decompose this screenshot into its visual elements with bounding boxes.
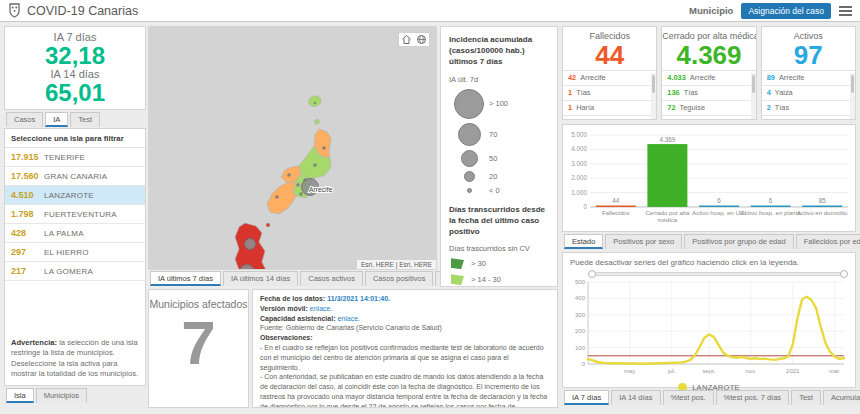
tab-test[interactable]: Test <box>70 112 100 127</box>
tab-isla[interactable]: Isla <box>6 388 34 403</box>
estado-tab-estado[interactable]: Estado <box>564 234 603 249</box>
estado-tab-fallecidos-por-edad-y-sexo[interactable]: Fallecidos por edad y sexo <box>796 234 860 249</box>
island-warning: Advertencia: la selección de una isla re… <box>5 334 145 385</box>
svg-text:6: 6 <box>769 197 773 204</box>
metric-tab--test-pos-[interactable]: %test pos. <box>663 390 714 405</box>
stat-card-fallecidos: Fallecidos4442Arrecife1Tías1Haría0San Ba… <box>562 26 657 120</box>
bar-cerrado-por-alta-m-dica <box>647 144 687 207</box>
stat-row[interactable]: 1Tías <box>563 86 656 101</box>
stat-row[interactable]: 136Tías <box>662 86 755 101</box>
metric-tab-acumulado[interactable]: Acumulado <box>823 390 860 405</box>
stat-row[interactable]: 42Arrecife <box>563 71 656 86</box>
slider-handle-left[interactable] <box>588 270 596 278</box>
svg-text:85: 85 <box>819 197 827 204</box>
stat-card-cerrado-por-alta-m-dica: Cerrado por alta médica4.3694.033Arrecif… <box>661 26 756 120</box>
svg-text:Activo hosp. en planta: Activo hosp. en planta <box>741 209 802 216</box>
tab-ia[interactable]: IA <box>45 112 68 127</box>
estado-bar-chart: 01.0002.0003.0004.0005.00044Fallecidos4.… <box>563 125 855 231</box>
stat-scrollbar[interactable] <box>751 73 756 119</box>
bar-activo-hosp-en-planta <box>751 206 791 208</box>
estado-tab-positivos-por-sexo[interactable]: Positivos por sexo <box>605 234 682 249</box>
chart-hint-text: Puede desactivar series del gráfico haci… <box>570 258 850 267</box>
capacidad-label: Capacidad asistencial: <box>260 315 335 322</box>
observaciones-list: - En el cuadro se reflejan los positivos… <box>260 343 550 408</box>
asignacion-del-caso-button[interactable]: Asignación del caso <box>741 3 831 19</box>
island-count: 297 <box>11 247 39 257</box>
svg-text:100: 100 <box>575 345 586 351</box>
metric-tab-test[interactable]: Test <box>791 390 821 405</box>
island-row-el-hierro[interactable]: 297EL HIERRO <box>5 243 145 262</box>
left-tabs: CasosIATest <box>6 112 100 127</box>
ia-line-chart: 0100200300400500may.jul.sept.nov.2021mar… <box>568 279 850 379</box>
island-row-la-gomera[interactable]: 217LA GOMERA <box>5 262 145 281</box>
map-panel[interactable]: Arrecife Esri, HERE | Esri, HERE <box>148 26 437 270</box>
map-canvas[interactable]: Arrecife <box>149 27 436 269</box>
stat-row[interactable]: 89Arrecife <box>762 71 855 86</box>
tab-casos[interactable]: Casos <box>6 112 43 127</box>
capacidad-link[interactable]: enlace. <box>337 315 360 322</box>
bar-fallecidos <box>596 206 636 208</box>
tab-municipios[interactable]: Municipios <box>36 388 87 403</box>
stat-row[interactable]: 1Haría <box>563 101 656 116</box>
island-count: 217 <box>11 266 39 276</box>
home-icon[interactable] <box>401 34 412 45</box>
gobierno-canarias-logo-icon <box>8 3 21 18</box>
island-row-gran-canaria[interactable]: 17.560GRAN CANARIA <box>5 167 145 186</box>
metric-tab--test-pos-7-d-as[interactable]: %test pos. 7 días <box>716 390 790 405</box>
stat-row[interactable]: 4.033Arrecife <box>662 71 755 86</box>
stat-row[interactable]: 1Haría <box>762 116 855 120</box>
map-tab-ia-ltimos-7-d-as[interactable]: IA últimos 7 días <box>150 271 221 286</box>
island-name: LANZAROTE <box>44 191 94 200</box>
basemap-globe-icon[interactable] <box>416 34 427 45</box>
fuente-text: Fuente: Gobierno de Canarias (Servicio C… <box>260 323 550 333</box>
svg-text:2.000: 2.000 <box>571 174 587 181</box>
map-tab-casos-activos[interactable]: Casos activos <box>300 271 363 286</box>
ia-circle-legend: > 100705020< 0 <box>449 89 549 195</box>
days-legend-subtitle: Días trascurridos sin CV <box>449 244 549 253</box>
metric-tabs: IA 7 díasIA 14 días%test pos.%test pos. … <box>564 390 860 405</box>
svg-text:0: 0 <box>583 203 587 210</box>
svg-text:Activo hosp. en UCI: Activo hosp. en UCI <box>692 209 746 216</box>
svg-text:Cerrado por alta: Cerrado por alta <box>645 209 690 216</box>
menu-icon[interactable] <box>839 6 852 16</box>
island-list: 17.915TENERIFE17.560GRAN CANARIA4.510LAN… <box>5 148 145 281</box>
svg-text:4.000: 4.000 <box>571 145 587 152</box>
stat-row[interactable]: 72Teguise <box>662 101 755 116</box>
stat-card-activos: Activos9789Arrecife4Yaiza2Tías1Haría <box>761 26 856 120</box>
stat-value: 4.369 <box>662 41 755 70</box>
map-tab-ia-ltimos-14-d-as[interactable]: IA últimos 14 días <box>223 271 298 286</box>
svg-text:3.000: 3.000 <box>571 160 587 167</box>
map-controls[interactable] <box>398 32 430 47</box>
ia-legend-item: 50 <box>449 150 549 167</box>
time-range-slider[interactable] <box>590 270 846 278</box>
stat-row[interactable]: 2Tías <box>762 101 855 116</box>
estado-bar-chart-panel: 01.0002.0003.0004.0005.00044Fallecidos4.… <box>562 124 856 232</box>
stat-row[interactable]: 64Yaiza <box>662 116 755 120</box>
stat-row[interactable]: 0San Bartolomé <box>563 116 656 120</box>
metric-tab-ia-7-d-as[interactable]: IA 7 días <box>564 390 609 405</box>
slider-handle-right[interactable] <box>840 270 848 278</box>
svg-text:400: 400 <box>575 295 586 301</box>
observacion-item: - Con anterioridad, se publicaban en est… <box>260 372 550 408</box>
svg-text:may.: may. <box>624 368 637 374</box>
svg-text:44: 44 <box>612 197 620 204</box>
stat-scrollbar[interactable] <box>850 73 855 119</box>
lanzarote-series-line <box>588 297 844 364</box>
metric-tab-ia-14-d-as[interactable]: IA 14 días <box>611 390 660 405</box>
map-tab-casos-positivos[interactable]: Casos positivos <box>365 271 434 286</box>
version-link[interactable]: enlace. <box>310 305 333 312</box>
island-row-lanzarote[interactable]: 4.510LANZAROTE <box>5 186 145 205</box>
island-row-tenerife[interactable]: 17.915TENERIFE <box>5 148 145 167</box>
island-row-fuerteventura[interactable]: 1.798FUERTEVENTURA <box>5 205 145 224</box>
island-name: LA GOMERA <box>44 267 93 276</box>
stat-row[interactable]: 4Yaiza <box>762 86 855 101</box>
ia-legend-item: < 0 <box>449 186 549 195</box>
stat-value: 44 <box>563 41 656 70</box>
svg-text:500: 500 <box>575 279 586 285</box>
island-name: TENERIFE <box>44 153 85 162</box>
estado-tab-positivos-por-grupo-de-edad[interactable]: Positivos por grupo de edad <box>684 234 793 249</box>
map-legend-panel: Incidencia acumulada (casos/100000 hab.)… <box>440 26 558 287</box>
stat-scrollbar[interactable] <box>651 73 656 119</box>
observacion-item: - En el cuadro se reflejan los positivos… <box>260 343 550 372</box>
island-row-la-palma[interactable]: 428LA PALMA <box>5 224 145 243</box>
